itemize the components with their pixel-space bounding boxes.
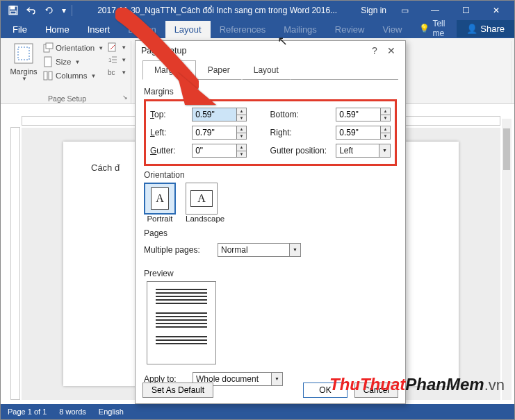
svg-rect-6 <box>46 43 53 49</box>
orientation-section-label: Orientation <box>144 170 397 180</box>
multiple-pages-value: Normal <box>218 244 300 256</box>
margins-label: Margins <box>8 67 40 76</box>
save-qat-icon[interactable] <box>5 3 22 18</box>
status-words[interactable]: 8 words <box>59 408 86 416</box>
spin-down-icon[interactable]: ▼ <box>236 151 246 158</box>
multiple-pages-label: Multiple pages: <box>144 245 213 255</box>
spin-down-icon[interactable]: ▼ <box>380 115 390 121</box>
spin-down-icon[interactable]: ▼ <box>236 115 246 121</box>
gutter-label: Gutter: <box>150 146 188 156</box>
qat-customize-icon[interactable]: ▾ <box>59 3 69 18</box>
title-bar: ▾ 2017-11-30_NgaTTN_Cách đổi Inch sang c… <box>1 1 514 20</box>
status-bar: Page 1 of 1 8 words English <box>1 404 514 419</box>
watermark-c: .vn <box>484 376 505 394</box>
undo-qat-icon[interactable] <box>23 3 40 18</box>
chevron-down-icon[interactable]: ▼ <box>289 244 300 256</box>
page-setup-group-label: Page Setup <box>3 94 131 103</box>
dialog-close-icon[interactable]: ✕ <box>383 45 400 56</box>
status-page[interactable]: Page 1 of 1 <box>8 408 47 416</box>
chevron-down-icon[interactable]: ▼ <box>379 144 390 157</box>
line-numbers-button[interactable]: 1▼ <box>108 53 126 66</box>
set-default-button[interactable]: Set As Default <box>142 383 213 398</box>
share-icon: 👤 <box>466 24 477 34</box>
multiple-pages-select[interactable]: Normal▼ <box>218 243 301 257</box>
landscape-label: Landscape <box>186 215 224 223</box>
share-label: Share <box>480 24 505 34</box>
svg-rect-1 <box>10 6 15 9</box>
spin-up-icon[interactable]: ▲ <box>236 144 246 151</box>
svg-rect-3 <box>15 44 33 63</box>
tab-home[interactable]: Home <box>36 21 79 38</box>
watermark-b: PhanMem <box>405 375 484 394</box>
dlg-tab-paper[interactable]: Paper <box>196 60 242 80</box>
orientation-label: Orientation <box>56 44 95 52</box>
gutter-pos-select[interactable]: Left▼ <box>336 144 391 158</box>
watermark-a: ThuThuat <box>329 375 405 394</box>
share-button[interactable]: 👤Share <box>457 20 514 37</box>
svg-text:1: 1 <box>108 57 112 63</box>
tell-me[interactable]: 💡Tell me <box>411 19 454 38</box>
vertical-scrollbar[interactable] <box>502 119 512 400</box>
sign-in-link[interactable]: Sign in <box>361 6 386 15</box>
orientation-button[interactable]: Orientation▼ <box>42 41 104 55</box>
redo-qat-icon[interactable] <box>41 3 58 18</box>
page-setup-dialog: Page Setup ? ✕ Margins Paper Layout Marg… <box>135 40 406 404</box>
status-language[interactable]: English <box>99 408 124 416</box>
portrait-label: Portrait <box>144 215 176 223</box>
gutter-spinbox[interactable]: ▲▼ <box>192 144 247 158</box>
left-label: Left: <box>150 128 188 137</box>
right-label: Right: <box>270 128 332 137</box>
tab-design[interactable]: Design <box>119 21 165 38</box>
cursor-icon: ↖ <box>277 33 288 49</box>
tab-references[interactable]: References <box>211 21 275 38</box>
svg-rect-8 <box>44 72 47 80</box>
page-setup-launcher-icon[interactable]: ↘ <box>121 94 129 102</box>
bulb-icon: 💡 <box>419 24 430 33</box>
right-spinbox[interactable]: ▲▼ <box>336 126 391 140</box>
bottom-spinbox[interactable]: ▲▼ <box>336 108 391 121</box>
bottom-label: Bottom: <box>270 110 332 119</box>
size-button[interactable]: Size▼ <box>42 55 104 69</box>
spin-up-icon[interactable]: ▲ <box>380 126 390 133</box>
spin-up-icon[interactable]: ▲ <box>236 126 246 133</box>
ribbon-display-icon[interactable]: ▭ <box>392 6 417 15</box>
preview-thumbnail <box>147 281 216 364</box>
dlg-tab-margins[interactable]: Margins <box>142 60 196 80</box>
tab-view[interactable]: View <box>373 21 411 38</box>
tab-layout[interactable]: Layout <box>165 21 211 38</box>
margins-fields-highlight: Top: ▲▼ Bottom: ▲▼ Left: ▲▼ Right: ▲▼ Gu… <box>144 99 397 166</box>
landscape-option[interactable]: A Landscape <box>186 183 224 223</box>
dialog-help-icon[interactable]: ? <box>366 45 383 56</box>
watermark: ThuThuatPhanMem.vn <box>329 375 505 394</box>
svg-rect-9 <box>49 72 52 80</box>
columns-button[interactable]: Columns▼ <box>42 69 104 83</box>
gutter-pos-label: Gutter position: <box>270 146 332 156</box>
maximize-icon[interactable]: ☐ <box>453 6 478 15</box>
spin-down-icon[interactable]: ▼ <box>236 133 246 140</box>
top-spinbox[interactable]: ▲▼ <box>192 108 247 121</box>
hyphenation-button[interactable]: bc▼ <box>108 66 126 78</box>
svg-rect-2 <box>10 11 16 14</box>
svg-rect-10 <box>108 43 115 51</box>
document-text: Cách đ <box>91 162 120 173</box>
columns-label: Columns <box>56 72 87 80</box>
vertical-ruler[interactable] <box>10 127 20 400</box>
margins-section-label: Margins <box>144 87 397 96</box>
size-label: Size <box>56 58 71 66</box>
tell-me-label: Tell me <box>432 19 445 38</box>
breaks-button[interactable]: ▼ <box>108 41 126 53</box>
margins-button[interactable]: Margins ▼ <box>8 41 40 83</box>
spin-up-icon[interactable]: ▲ <box>380 108 390 115</box>
spin-up-icon[interactable]: ▲ <box>236 108 246 115</box>
minimize-icon[interactable]: — <box>423 6 448 15</box>
tab-insert[interactable]: Insert <box>79 21 120 38</box>
svg-text:bc: bc <box>108 69 115 76</box>
close-window-icon[interactable]: ✕ <box>484 6 509 15</box>
left-spinbox[interactable]: ▲▼ <box>192 126 247 140</box>
tab-file[interactable]: File <box>3 21 36 38</box>
ribbon-tabs: File Home Insert Design Layout Reference… <box>1 20 514 38</box>
portrait-option[interactable]: A Portrait <box>144 183 176 223</box>
tab-review[interactable]: Review <box>326 21 374 38</box>
dlg-tab-layout[interactable]: Layout <box>242 60 291 80</box>
spin-down-icon[interactable]: ▼ <box>380 133 390 140</box>
